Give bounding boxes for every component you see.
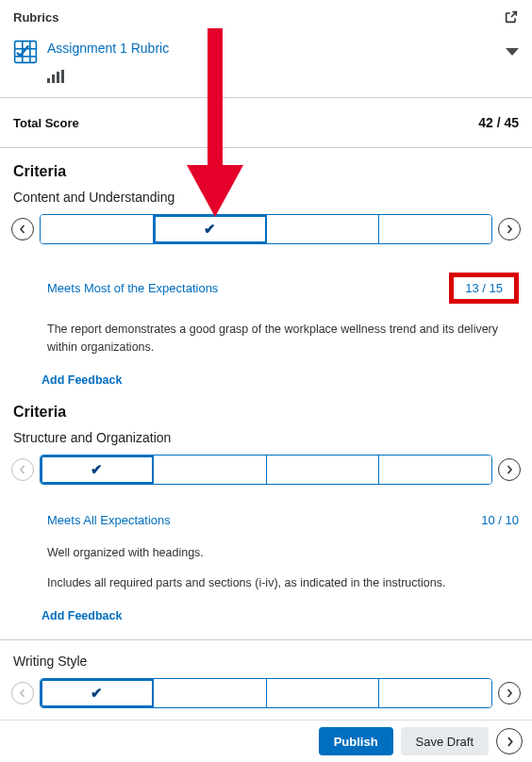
criterion-points: 13 / 15 — [465, 281, 503, 295]
level-selector: ✔ — [40, 214, 492, 244]
criterion-points-highlight: 13 / 15 — [449, 273, 519, 304]
prev-level-button — [11, 458, 34, 481]
level-cell-selected[interactable]: ✔ — [154, 215, 267, 243]
total-score-value: 42 / 45 — [478, 115, 519, 130]
criterion-description: Well organized with headings. — [47, 544, 519, 562]
prev-level-button[interactable] — [11, 218, 34, 240]
criteria-heading: Criteria — [0, 148, 532, 190]
add-feedback-link[interactable]: Add Feedback — [42, 373, 122, 387]
criterion-description: The report demonstrates a good grasp of … — [47, 321, 519, 356]
svg-rect-7 — [57, 72, 59, 83]
level-cell[interactable] — [267, 215, 380, 243]
level-cell[interactable] — [379, 679, 491, 707]
publish-button[interactable]: Publish — [319, 727, 393, 755]
svg-rect-6 — [52, 75, 55, 83]
svg-rect-0 — [15, 41, 37, 63]
next-level-button[interactable] — [498, 218, 521, 240]
check-icon: ✔ — [204, 221, 216, 238]
prev-level-button — [11, 682, 34, 704]
level-selector: ✔ — [40, 455, 492, 485]
total-score-label: Total Score — [13, 116, 79, 130]
stats-icon[interactable] — [47, 70, 519, 86]
criteria-heading: Criteria — [0, 404, 532, 430]
popout-icon[interactable] — [504, 9, 519, 25]
level-cell[interactable] — [41, 215, 154, 243]
level-selector: ✔ — [40, 678, 492, 708]
next-student-button[interactable] — [496, 728, 523, 754]
svg-rect-5 — [47, 78, 50, 83]
level-cell[interactable] — [267, 456, 380, 484]
save-draft-button[interactable]: Save Draft — [401, 727, 489, 755]
criterion-name: Structure and Organization — [0, 430, 532, 455]
level-cell[interactable] — [379, 456, 491, 484]
criterion-points: 10 / 10 — [481, 513, 519, 527]
collapse-caret-icon[interactable] — [506, 48, 519, 56]
level-cell[interactable] — [379, 215, 491, 243]
level-cell[interactable] — [267, 679, 380, 707]
next-level-button[interactable] — [498, 458, 521, 481]
criterion-description: Includes all required parts and sections… — [47, 574, 519, 592]
check-icon: ✔ — [91, 685, 103, 702]
level-cell-selected[interactable]: ✔ — [41, 679, 154, 707]
level-cell-selected[interactable]: ✔ — [41, 456, 154, 484]
next-level-button[interactable] — [498, 682, 521, 704]
rubric-icon — [13, 40, 38, 64]
selected-level-label: Meets All Expectations — [47, 513, 171, 527]
criterion-name: Writing Style — [0, 640, 532, 678]
selected-level-label: Meets Most of the Expectations — [47, 281, 218, 295]
level-cell[interactable] — [154, 679, 267, 707]
page-title: Rubrics — [13, 10, 58, 25]
add-feedback-link[interactable]: Add Feedback — [42, 609, 122, 622]
criterion-name: Content and Understanding — [0, 190, 532, 214]
level-cell[interactable] — [154, 456, 267, 484]
check-icon: ✔ — [91, 461, 103, 478]
rubric-title-link[interactable]: Assignment 1 Rubric — [47, 40, 169, 58]
svg-rect-8 — [61, 70, 64, 83]
